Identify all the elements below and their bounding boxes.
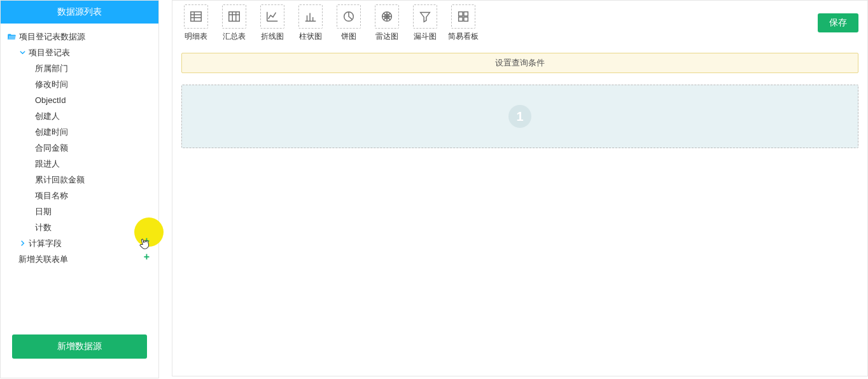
pie-chart-icon	[337, 4, 361, 29]
table-summary-icon	[222, 4, 246, 29]
chart-label: 折线图	[261, 31, 284, 42]
chart-type-buttons: 明细表 汇总表 折线图 柱状图 饼图 雷达图	[180, 4, 479, 42]
chart-label: 汇总表	[223, 31, 246, 42]
tree-calc-label: 计算字段	[29, 237, 62, 249]
tree-root-label: 项目登记表数据源	[19, 31, 85, 43]
tree-add-form-label: 新增关联表单	[18, 254, 68, 264]
field-item[interactable]: 累计回款金额	[6, 172, 158, 188]
chart-type-detail[interactable]: 明细表	[180, 4, 212, 42]
dropzone-number-badge: 1	[508, 105, 531, 128]
chart-type-summary[interactable]: 汇总表	[218, 4, 250, 42]
tree-table[interactable]: 项目登记表	[6, 45, 158, 60]
chevron-down-icon	[18, 49, 26, 57]
svg-rect-6	[464, 12, 468, 16]
design-canvas: 设置查询条件 1	[172, 44, 867, 376]
sidebar: 数据源列表 项目登记表数据源 项目登记表 所属部门 修改时间 ObjectId …	[0, 0, 159, 378]
chart-type-pie[interactable]: 饼图	[333, 4, 365, 42]
svg-rect-1	[229, 12, 240, 22]
chevron-right-icon	[18, 240, 26, 247]
add-related-form-icon[interactable]: +	[144, 252, 150, 261]
kanban-icon	[451, 4, 475, 29]
chart-toolbar: 明细表 汇总表 折线图 柱状图 饼图 雷达图	[172, 1, 867, 44]
datasource-tree: 项目登记表数据源 项目登记表 所属部门 修改时间 ObjectId 创建人 创建…	[1, 24, 158, 334]
bar-chart-icon	[298, 4, 323, 29]
chart-type-funnel[interactable]: 漏斗图	[409, 4, 441, 42]
table-detail-icon	[184, 4, 208, 29]
chart-type-radar[interactable]: 雷达图	[371, 4, 403, 42]
svg-rect-5	[459, 12, 463, 16]
chart-type-line[interactable]: 折线图	[256, 4, 288, 42]
query-condition-bar[interactable]: 设置查询条件	[181, 53, 858, 73]
main-panel: 明细表 汇总表 折线图 柱状图 饼图 雷达图	[172, 0, 868, 376]
chart-label: 雷达图	[375, 31, 398, 42]
svg-rect-7	[459, 17, 463, 21]
add-datasource-button[interactable]: 新增数据源	[12, 334, 147, 359]
chart-type-bar[interactable]: 柱状图	[295, 4, 326, 42]
save-button[interactable]: 保存	[818, 13, 858, 32]
query-bar-label: 设置查询条件	[495, 57, 545, 69]
field-item[interactable]: 合同金额	[6, 140, 158, 156]
tree-calc-field[interactable]: 计算字段 +	[6, 235, 158, 251]
field-item[interactable]: 创建人	[6, 108, 158, 124]
tree-table-label: 项目登记表	[29, 46, 70, 59]
field-item[interactable]: 创建时间	[6, 124, 158, 140]
field-item[interactable]: 项目名称	[6, 188, 158, 203]
dropzone-1[interactable]: 1	[181, 85, 858, 148]
field-item[interactable]: 跟进人	[6, 156, 158, 172]
field-item[interactable]: 所属部门	[6, 60, 158, 76]
tree-add-related-form[interactable]: 新增关联表单 +	[6, 251, 158, 267]
chart-label: 漏斗图	[414, 31, 437, 42]
field-item[interactable]: 日期	[6, 203, 158, 219]
field-item[interactable]: ObjectId	[6, 92, 158, 108]
funnel-chart-icon	[413, 4, 437, 29]
chart-label: 明细表	[185, 31, 207, 42]
chart-type-kanban[interactable]: 简易看板	[447, 4, 479, 42]
field-item[interactable]: 修改时间	[6, 76, 158, 92]
chart-label: 柱状图	[299, 31, 322, 42]
sidebar-title: 数据源列表	[1, 1, 158, 24]
chart-label: 简易看板	[448, 31, 479, 42]
svg-rect-8	[464, 17, 468, 21]
sidebar-footer: 新增数据源	[1, 334, 158, 378]
folder-open-icon	[7, 32, 17, 41]
tree-root[interactable]: 项目登记表数据源	[6, 29, 158, 45]
radar-chart-icon	[375, 4, 399, 29]
svg-rect-0	[191, 12, 202, 22]
chart-label: 饼图	[341, 31, 356, 42]
line-chart-icon	[260, 4, 284, 29]
